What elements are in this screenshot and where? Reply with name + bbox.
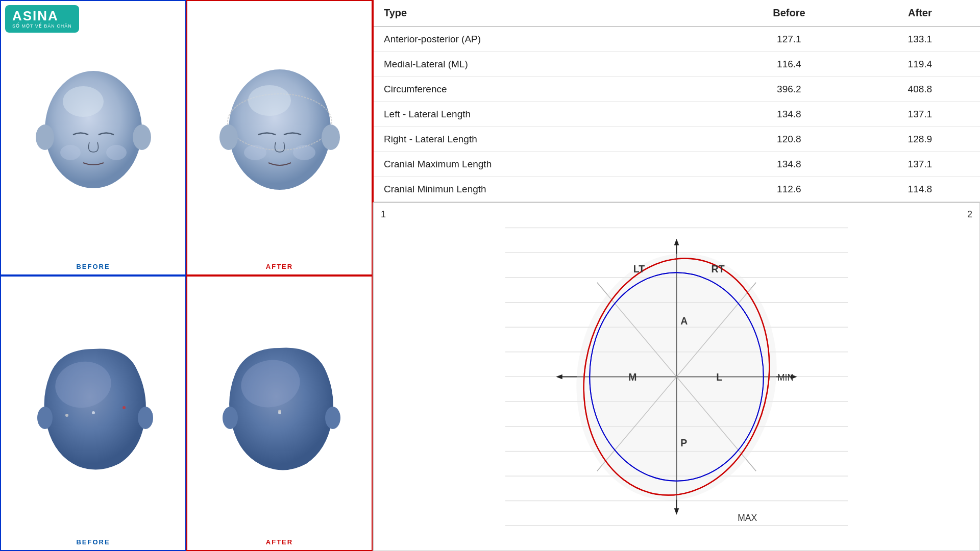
- chart-label-p: P: [680, 437, 687, 448]
- cell-type-0: Anterior-posterior (AP): [374, 27, 718, 52]
- quad-after-top: AFTER: [186, 276, 373, 551]
- table-row: Anterior-posterior (AP)127.1133.1: [374, 27, 980, 52]
- quad-after-front: AFTER: [186, 0, 373, 276]
- left-panel: ASINA SỐ MỘT VỀ BÀN CHÂN: [0, 0, 373, 551]
- col-type-header: Type: [374, 0, 718, 27]
- table-body: Anterior-posterior (AP)127.1133.1Medial-…: [374, 27, 980, 202]
- svg-marker-43: [556, 374, 562, 380]
- col-before-header: Before: [718, 0, 860, 27]
- head-top-after-image: [187, 277, 372, 538]
- measurements-table: Type Before After Anterior-posterior (AP…: [374, 0, 980, 202]
- cell-before-3: 134.8: [718, 102, 860, 127]
- svg-point-5: [106, 145, 127, 160]
- cell-after-0: 133.1: [860, 27, 980, 52]
- cell-before-2: 396.2: [718, 77, 860, 102]
- quad-label-before-top: BEFORE: [76, 538, 110, 550]
- head-front-after-svg: [213, 56, 346, 209]
- svg-marker-42: [674, 508, 679, 515]
- svg-point-2: [133, 124, 151, 150]
- head-front-after-image: [187, 1, 372, 263]
- logo-box: ASINA SỐ MỘT VỀ BÀN CHÂN: [5, 5, 79, 33]
- head-top-after-svg: [213, 329, 346, 487]
- chart-label-a: A: [680, 315, 688, 327]
- logo-subtitle: SỐ MỘT VỀ BÀN CHÂN: [12, 23, 72, 29]
- chart-label-l: L: [716, 371, 722, 383]
- cell-before-1: 116.4: [718, 52, 860, 77]
- chart-label-m: M: [628, 371, 636, 383]
- cell-type-4: Right - Lateral Length: [374, 127, 718, 152]
- svg-marker-41: [674, 239, 679, 245]
- table-area: Type Before After Anterior-posterior (AP…: [373, 0, 980, 203]
- cell-after-1: 119.4: [860, 52, 980, 77]
- chart-area: 1 2: [373, 203, 980, 551]
- table-header-row: Type Before After: [374, 0, 980, 27]
- cell-before-0: 127.1: [718, 27, 860, 52]
- cell-before-5: 134.8: [718, 152, 860, 177]
- chart-label-lt: LT: [633, 263, 645, 274]
- cell-before-6: 112.6: [718, 177, 860, 202]
- svg-point-16: [92, 411, 95, 414]
- cell-after-2: 408.8: [860, 77, 980, 102]
- logo-area: ASINA SỐ MỘT VỀ BÀN CHÂN: [5, 5, 79, 33]
- cell-after-5: 137.1: [860, 152, 980, 177]
- cell-type-3: Left - Lateral Length: [374, 102, 718, 127]
- quad-label-after-front: AFTER: [266, 263, 293, 274]
- table-row: Right - Lateral Length120.8128.9: [374, 127, 980, 152]
- svg-point-21: [223, 407, 238, 429]
- cell-type-1: Medial-Lateral (ML): [374, 52, 718, 77]
- logo-brand: ASINA: [12, 9, 59, 22]
- quad-before-front: BEFORE: [0, 0, 186, 276]
- svg-point-14: [138, 407, 153, 429]
- svg-point-11: [244, 145, 266, 160]
- cell-type-2: Circumference: [374, 77, 718, 102]
- head-top-before-image: [1, 277, 185, 538]
- svg-point-12: [293, 145, 315, 160]
- head-top-before-svg: [27, 329, 160, 487]
- table-row: Medial-Lateral (ML)116.4119.4: [374, 52, 980, 77]
- cell-type-6: Cranial Minimun Length: [374, 177, 718, 202]
- table-row: Left - Lateral Length134.8137.1: [374, 102, 980, 127]
- svg-point-9: [322, 124, 340, 150]
- cell-type-5: Cranial Maximum Length: [374, 152, 718, 177]
- svg-point-8: [219, 124, 238, 150]
- table-row: Circumference396.2408.8: [374, 77, 980, 102]
- svg-point-4: [60, 145, 81, 160]
- svg-point-23: [278, 410, 281, 413]
- table-row: Cranial Minimun Length112.6114.8: [374, 177, 980, 202]
- quad-label-before-front: BEFORE: [76, 263, 110, 274]
- quad-before-top: BEFORE: [0, 276, 186, 551]
- svg-point-20: [325, 407, 340, 429]
- cell-before-4: 120.8: [718, 127, 860, 152]
- chart-label-rt: RT: [712, 263, 725, 274]
- chart-label-min: MIN: [777, 372, 794, 383]
- quad-label-after-top: AFTER: [266, 538, 293, 550]
- cell-after-4: 128.9: [860, 127, 980, 152]
- cell-after-6: 114.8: [860, 177, 980, 202]
- svg-point-47: [557, 237, 796, 516]
- right-panel: Type Before After Anterior-posterior (AP…: [373, 0, 980, 551]
- head-front-before-svg: [27, 56, 160, 209]
- cell-after-3: 137.1: [860, 102, 980, 127]
- svg-point-10: [248, 85, 291, 116]
- chart-svg: LT RT A P M L MIN MAX: [374, 203, 979, 550]
- svg-point-3: [63, 86, 104, 117]
- head-front-before-image: [1, 1, 185, 263]
- table-row: Cranial Maximum Length134.8137.1: [374, 152, 980, 177]
- svg-point-1: [36, 124, 54, 150]
- svg-point-15: [37, 407, 53, 429]
- svg-point-17: [122, 406, 126, 409]
- chart-label-max: MAX: [738, 513, 757, 523]
- svg-point-18: [65, 414, 68, 417]
- col-after-header: After: [860, 0, 980, 27]
- quad-grid: BEFORE: [0, 0, 373, 551]
